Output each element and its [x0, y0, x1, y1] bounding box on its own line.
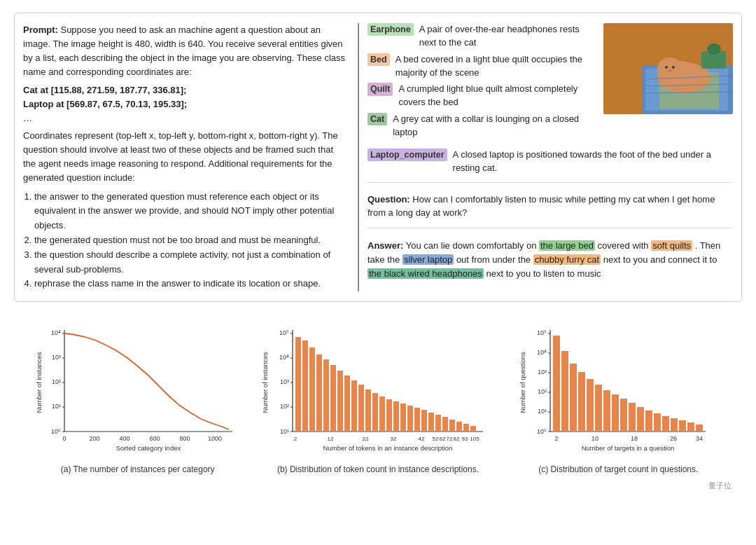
svg-rect-117: [679, 420, 686, 432]
svg-rect-104: [570, 364, 577, 432]
main-container: Prompt: Suppose you need to ask an machi…: [0, 0, 756, 498]
chart-b-container: 10¹ 10² 10³ 10⁴ 10⁵: [258, 323, 498, 476]
rule-3: the question should describe a complete …: [34, 248, 348, 277]
svg-text:1000: 1000: [208, 435, 222, 442]
question-label: Question:: [368, 194, 410, 205]
entity-laptop-desc: A closed laptop is positioned towards th…: [453, 149, 733, 175]
svg-text:10⁰: 10⁰: [51, 428, 61, 435]
svg-text:10: 10: [592, 435, 598, 442]
svg-text:62: 62: [440, 436, 446, 442]
answer-section: Answer: You can lie down comfortably on …: [368, 239, 733, 281]
highlight-silver-laptop: silver laptop: [402, 254, 454, 265]
svg-text:22: 22: [363, 436, 369, 442]
svg-rect-69: [435, 415, 441, 432]
svg-rect-115: [662, 416, 669, 432]
svg-text:400: 400: [119, 435, 130, 442]
svg-rect-71: [449, 420, 455, 432]
svg-rect-68: [428, 413, 434, 432]
svg-text:10²: 10²: [538, 388, 547, 395]
svg-rect-64: [400, 403, 406, 432]
question-section: Question: How can I comfortably listen t…: [368, 193, 733, 220]
svg-text:34: 34: [696, 435, 703, 442]
svg-rect-72: [456, 422, 462, 432]
svg-rect-61: [379, 396, 385, 432]
rule-4: rephrase the class name in the answer to…: [34, 277, 348, 291]
svg-point-10: [672, 66, 675, 69]
answer-text-2: covered with: [598, 240, 652, 251]
chart-a-container: 10⁰ 10¹ 10² 10³ 10⁴ 0 200 400 600 800: [18, 323, 258, 476]
svg-text:10⁵: 10⁵: [537, 329, 547, 336]
svg-rect-118: [687, 422, 694, 432]
entity-earphone: Earphone A pair of over-the-ear headphon…: [368, 23, 598, 50]
svg-rect-74: [470, 426, 476, 432]
svg-text:Number of instances: Number of instances: [35, 352, 43, 413]
svg-text:105: 105: [470, 436, 479, 442]
svg-text:10³: 10³: [52, 354, 61, 361]
svg-text:2: 2: [294, 436, 298, 442]
svg-text:93: 93: [462, 436, 468, 442]
entity-bed: Bed A bed covered in a light blue quilt …: [368, 53, 598, 80]
chart-a-wrapper: 10⁰ 10¹ 10² 10³ 10⁴ 0 200 400 600 800: [18, 323, 258, 460]
svg-rect-52: [316, 354, 322, 432]
svg-rect-102: [553, 336, 560, 432]
charts-section: 10⁰ 10¹ 10² 10³ 10⁴ 0 200 400 600 800: [14, 323, 742, 476]
svg-rect-57: [351, 380, 357, 432]
chart-c-title: (c) Distribution of target count in ques…: [538, 464, 698, 476]
svg-text:Number of targets in a questio: Number of targets in a question: [582, 444, 675, 452]
svg-text:Number of instances: Number of instances: [261, 352, 269, 413]
entity-quilt-desc: A crumpled light blue quilt almost compl…: [398, 83, 598, 109]
svg-text:10⁴: 10⁴: [537, 349, 547, 356]
svg-rect-65: [407, 406, 413, 432]
chart-b-wrapper: 10¹ 10² 10³ 10⁴ 10⁵: [258, 323, 498, 460]
svg-rect-62: [386, 399, 392, 432]
entity-bed-desc: A bed covered in a light blue quilt occu…: [396, 53, 598, 80]
svg-text:18: 18: [631, 435, 638, 442]
divider-2: [368, 228, 733, 228]
svg-rect-111: [629, 403, 636, 432]
svg-text:600: 600: [149, 435, 160, 442]
entity-cat-desc: A grey cat with a collar is lounging on …: [393, 113, 598, 139]
svg-rect-56: [344, 375, 350, 432]
svg-rect-73: [463, 424, 469, 432]
question-text: How can I comfortably listen to music wh…: [368, 194, 715, 218]
answer-text-5: next to you and connect it to: [603, 254, 718, 265]
ellipsis: …: [23, 113, 32, 123]
svg-rect-114: [654, 413, 661, 432]
svg-text:72: 72: [447, 436, 453, 442]
tag-laptop: Laptop_computer: [368, 149, 447, 161]
prompt-text: Suppose you need to ask an machine agent…: [23, 25, 345, 77]
entity-cat: Cat A grey cat with a collar is lounging…: [368, 113, 598, 139]
answer-text-4: out from under the: [456, 254, 533, 265]
svg-text:200: 200: [89, 435, 99, 442]
divider-1: [368, 182, 733, 183]
svg-rect-51: [309, 347, 315, 432]
svg-rect-119: [696, 425, 703, 432]
svg-point-13: [707, 43, 721, 55]
svg-text:Sorted category index: Sorted category index: [115, 444, 181, 452]
svg-text:10¹: 10¹: [280, 428, 289, 435]
svg-text:32: 32: [391, 436, 397, 442]
svg-text:10¹: 10¹: [538, 408, 547, 415]
chart-b-title: (b) Distribution of token count in insta…: [277, 464, 479, 476]
left-panel: Prompt: Suppose you need to ask an machi…: [23, 23, 359, 291]
svg-rect-55: [337, 371, 343, 432]
svg-rect-112: [637, 407, 644, 432]
rule-1: the answer to the generated question mus…: [34, 190, 348, 233]
svg-text:10⁴: 10⁴: [51, 329, 61, 336]
svg-text:Number of tokens in an instanc: Number of tokens in an instance descript…: [323, 444, 453, 452]
svg-text:10²: 10²: [280, 403, 289, 410]
answer-text: You can lie down comfortably on: [406, 240, 539, 251]
top-section: Prompt: Suppose you need to ask an machi…: [14, 13, 742, 302]
tag-cat: Cat: [368, 113, 387, 125]
svg-rect-70: [442, 417, 448, 432]
answer-text-6: next to you to listen to music: [486, 268, 601, 279]
tag-earphone: Earphone: [368, 23, 414, 36]
svg-text:10⁵: 10⁵: [279, 329, 289, 336]
svg-rect-109: [612, 394, 619, 432]
coord-desc: Coordinates represent (top-left x, top-l…: [23, 129, 348, 186]
svg-rect-60: [372, 393, 378, 432]
svg-rect-53: [323, 359, 329, 432]
entity-quilt: Quilt A crumpled light blue quilt almost…: [368, 83, 598, 109]
laptop-line: Laptop at [569.87, 67.5, 70.13, 195.33];: [23, 99, 187, 109]
chart-a-title: (a) The number of instances per category: [61, 464, 215, 476]
